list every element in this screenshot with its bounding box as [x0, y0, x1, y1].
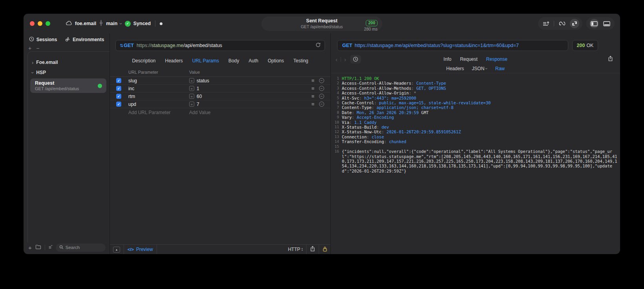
param-checkbox[interactable]: ✓	[116, 86, 121, 91]
export-lines-icon[interactable]	[541, 19, 551, 28]
new-folder-icon[interactable]	[35, 244, 41, 251]
new-request-button[interactable]: +	[28, 244, 32, 251]
tab-info[interactable]: Info	[443, 56, 451, 62]
collapse-panel-icon[interactable]: ▲	[113, 247, 120, 253]
tab-headers[interactable]: Headers	[165, 57, 182, 65]
param-name-field[interactable]: rtm	[128, 94, 189, 99]
line-content: Transfer-Encoding: chunked	[342, 139, 618, 144]
response-panel: GET https://statuspage.me/api/embed/stat…	[331, 33, 620, 254]
history-button[interactable]	[350, 55, 361, 64]
project-name[interactable]: foe.email	[75, 21, 96, 26]
lock-icon[interactable]	[323, 246, 327, 253]
tab-sessions[interactable]: Sessions	[29, 36, 57, 43]
drag-handle-icon[interactable]: ≡	[311, 85, 314, 91]
preview-button[interactable]: </> Preview	[128, 247, 153, 252]
sidebar-toggle-icon[interactable]	[589, 19, 599, 28]
line-content: Access-Control-Allow-Headers: Content-Ty…	[342, 81, 618, 85]
protocol-label: HTTP	[288, 247, 300, 252]
request-method[interactable]: GET	[124, 43, 134, 48]
response-method: GET	[342, 43, 352, 48]
tab-options[interactable]: Options	[268, 57, 284, 65]
tab-raw[interactable]: Raw	[495, 66, 505, 71]
response-line: 13Connection: close	[331, 135, 618, 139]
delete-row-icon[interactable]: −	[319, 102, 324, 107]
close-button[interactable]	[30, 21, 35, 26]
tab-body[interactable]: Body	[228, 57, 239, 65]
share-icon[interactable]	[310, 246, 315, 253]
line-content: {"incidents":null,"overall":{"code":"ope…	[342, 149, 618, 173]
tab-json[interactable]: JSON›	[472, 66, 487, 71]
nav-forward-icon[interactable]: ›	[344, 56, 346, 63]
zoom-button[interactable]	[46, 21, 50, 26]
branch-icon	[99, 20, 103, 27]
tree-group-foe-email[interactable]: › Foe.email	[28, 57, 109, 67]
request-status-pill[interactable]: Sent Request GET /api/embed/status 200 2…	[261, 16, 382, 31]
search-icon	[59, 245, 64, 250]
response-line: 12X-Status-Now-Utc: 2026-01-26T20:29:59.…	[331, 129, 618, 134]
traffic-lights	[30, 21, 50, 26]
method-stepper-icon[interactable]: ⇅	[120, 43, 123, 48]
preview-label: Preview	[136, 247, 153, 252]
equals-icon: =	[189, 86, 194, 91]
line-number: 14	[331, 139, 342, 144]
param-value-field[interactable]: 7	[197, 102, 311, 107]
chevron-down-icon[interactable]: ›	[118, 23, 124, 24]
minimize-button[interactable]	[38, 21, 42, 26]
delete-row-icon[interactable]: −	[319, 86, 324, 91]
param-value-field[interactable]: status	[197, 78, 311, 84]
sidebar-item-request[interactable]: Request GET /api/embed/status	[30, 78, 106, 93]
tab-testing[interactable]: Testing	[294, 57, 308, 65]
toolbar-group-right	[586, 17, 615, 30]
drag-handle-icon[interactable]: ≡	[311, 93, 314, 99]
tab-description[interactable]: Description	[132, 57, 155, 65]
response-line: 6Cache-Control: public, max-age=15, stal…	[331, 100, 618, 105]
tab-url-params[interactable]: URL Params	[192, 57, 219, 65]
flow-loop-icon[interactable]	[557, 19, 567, 28]
add-session-button[interactable]: +	[28, 46, 31, 51]
request-tabs: DescriptionHeadersURL ParamsBodyAuthOpti…	[110, 57, 330, 65]
add-url-parameter[interactable]: Add URL Parameter	[110, 110, 189, 115]
bottom-panel-toggle-icon[interactable]	[602, 19, 611, 28]
param-name-field[interactable]: upd	[128, 102, 189, 107]
param-checkbox[interactable]: ✓	[116, 102, 121, 107]
drag-handle-icon[interactable]: ≡	[311, 78, 314, 84]
tree-group-hsp[interactable]: › HSP	[28, 67, 109, 78]
export-response-icon[interactable]	[608, 56, 613, 63]
nav-back-icon[interactable]: ‹	[336, 56, 338, 63]
response-line: 3Access-Control-Allow-Methods: GET, OPTI…	[331, 86, 618, 91]
line-number: 3	[331, 86, 342, 91]
param-name-field[interactable]: slug	[128, 78, 189, 84]
param-name-field[interactable]: inc	[128, 86, 189, 91]
param-row: ✓slug=status≡−	[110, 77, 330, 85]
add-value[interactable]: Add Value	[189, 110, 211, 115]
line-content: X-Status-Build: dev	[342, 125, 618, 129]
tab-headers[interactable]: Headers	[446, 66, 464, 71]
import-export-icon[interactable]	[570, 19, 579, 28]
tab-response[interactable]: Response	[486, 56, 507, 62]
param-value-field[interactable]: 60	[197, 94, 311, 99]
sort-list-icon[interactable]: ≡ˇ	[49, 245, 52, 250]
line-content: Via: 1.1 Caddy	[342, 120, 618, 125]
tab-request[interactable]: Request	[460, 56, 478, 62]
tab-auth[interactable]: Auth	[248, 57, 258, 65]
titlebar: foe.email main › ✓ Synced Sent Request G…	[24, 14, 620, 33]
search-input[interactable]: Search	[56, 244, 106, 252]
remove-session-button[interactable]: −	[36, 46, 39, 51]
tab-environments[interactable]: Environments	[65, 36, 104, 43]
drag-handle-icon[interactable]: ≡	[311, 101, 314, 107]
clock-icon	[29, 36, 34, 43]
request-url-bar[interactable]: ⇅ GET https://statuspage.me/api/embed/st…	[115, 40, 325, 51]
line-number: 6	[331, 100, 342, 105]
branch-name[interactable]: main	[106, 21, 117, 26]
equals-icon: =	[189, 102, 194, 107]
param-value-field[interactable]: 1	[197, 86, 311, 91]
reload-icon[interactable]	[316, 42, 321, 49]
param-checkbox[interactable]: ✓	[116, 78, 121, 83]
line-content: Alt-Svc: h3=":443"; ma=2592000	[342, 96, 618, 100]
protocol-selector[interactable]: HTTP ▴▾	[288, 247, 303, 252]
line-content: Access-Control-Allow-Origin: *	[342, 91, 618, 95]
delete-row-icon[interactable]: −	[319, 78, 324, 83]
delete-row-icon[interactable]: −	[319, 94, 324, 99]
synced-check-icon: ✓	[125, 21, 131, 27]
param-checkbox[interactable]: ✓	[116, 94, 121, 99]
